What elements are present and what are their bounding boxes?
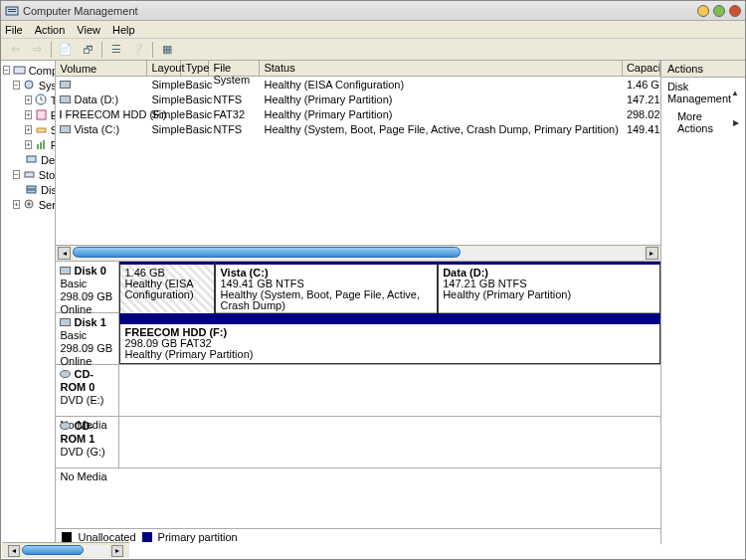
window-title: Computer Management [23, 5, 697, 17]
svg-rect-7 [37, 144, 39, 149]
col-fs[interactable]: File System [209, 61, 260, 76]
svg-rect-13 [27, 190, 36, 193]
titlebar: Computer Management [1, 1, 745, 21]
col-capacity[interactable]: Capacity [623, 61, 660, 76]
volume-row[interactable]: FREECOM HDD (F:)SimpleBasicFAT32Healthy … [56, 106, 659, 121]
volume-header: Volume Layout Type File System Status Ca… [56, 61, 659, 77]
legend-primary-swatch [142, 532, 152, 542]
maximize-button[interactable] [713, 5, 725, 17]
center-pane: Volume Layout Type File System Status Ca… [56, 61, 660, 544]
chevron-right-icon: ▶ [733, 118, 739, 127]
partition-freecom[interactable]: FREECOM HDD (F:) 298.09 GB FAT32 Healthy… [119, 321, 659, 364]
drive-icon [60, 125, 71, 133]
volume-list: Volume Layout Type File System Status Ca… [56, 61, 659, 245]
svg-point-15 [27, 203, 30, 206]
refresh-button[interactable]: 🗗 [78, 41, 97, 59]
up-button[interactable]: 📄 [56, 41, 76, 59]
menu-action[interactable]: Action [35, 24, 66, 36]
partition-data[interactable]: Data (D:) 147.21 GB NTFS Healthy (Primar… [438, 262, 660, 315]
cdrom-row: CD-ROM 1 DVD (G:) No Media [56, 417, 659, 468]
menu-file[interactable]: File [5, 24, 23, 36]
tree-shared[interactable]: +Shared Folders [1, 122, 55, 137]
disk-info[interactable]: Disk 1 Basic 298.09 GB Online [56, 313, 119, 364]
disk-icon [60, 267, 71, 275]
scroll-thumb[interactable] [73, 247, 461, 258]
scroll-left-button[interactable]: ◂ [58, 247, 71, 260]
forward-button: ⇨ [27, 41, 47, 59]
scroll-left-button[interactable]: ◂ [8, 545, 20, 557]
collapse-icon: ▲ [731, 89, 739, 97]
volume-hscroll[interactable]: ◂ ▸ [56, 245, 659, 261]
disk-icon [60, 318, 71, 326]
tree-services[interactable]: +Services and Applications [1, 197, 55, 212]
help-button[interactable]: ❔ [128, 41, 148, 59]
drive-icon [60, 81, 71, 89]
cd-icon [60, 370, 71, 378]
cd-icon [60, 422, 71, 430]
actions-more[interactable]: More Actions ▶ [661, 107, 745, 137]
svg-point-4 [25, 81, 33, 89]
disk-info[interactable]: CD-ROM 1 DVD (G:) No Media [56, 417, 119, 467]
partition-eisa[interactable]: 1.46 GB Healthy (EISA Configuration) [119, 262, 215, 315]
svg-rect-9 [43, 140, 45, 149]
scroll-track[interactable] [73, 247, 643, 260]
menubar: File Action View Help [1, 21, 745, 39]
tree-pane: −Computer Management (Local) −System Too… [1, 61, 56, 544]
scroll-thumb[interactable] [22, 545, 84, 555]
tree-root[interactable]: −Computer Management (Local) [1, 63, 55, 78]
disk-info[interactable]: Disk 0 Basic 298.09 GB Online [56, 262, 119, 312]
legend: Unallocated Primary partition [56, 528, 659, 544]
scroll-right-button[interactable]: ▸ [646, 247, 658, 260]
col-status[interactable]: Status [260, 61, 622, 76]
tree-task[interactable]: +Task Scheduler [1, 93, 55, 107]
list-button[interactable]: ▦ [157, 41, 177, 59]
tree-systools[interactable]: −System Tools [1, 78, 55, 93]
svg-rect-6 [37, 110, 46, 119]
disk-graphical-list: Disk 0 Basic 298.09 GB Online 1.46 GB He… [56, 261, 659, 528]
tree-hscroll[interactable]: ◂ ▸ [2, 542, 129, 558]
cdrom-row: CD-ROM 0 DVD (E:) No Media [56, 365, 659, 417]
toolbar: ⇦ ⇨ 📄 🗗 ☰ ❔ ▦ [1, 39, 745, 61]
svg-rect-1 [8, 9, 16, 10]
drive-icon [60, 110, 62, 118]
properties-button[interactable]: ☰ [106, 41, 126, 59]
back-button: ⇦ [5, 41, 25, 59]
menu-help[interactable]: Help [112, 24, 135, 36]
disk-header-bar [119, 313, 659, 321]
col-volume[interactable]: Volume [56, 61, 147, 76]
svg-rect-2 [8, 11, 16, 12]
actions-diskmgmt[interactable]: Disk Management ▲ [661, 78, 745, 107]
app-icon [5, 4, 19, 18]
svg-rect-3 [14, 67, 25, 74]
disk-row: Disk 0 Basic 298.09 GB Online 1.46 GB He… [56, 262, 659, 313]
tree-event[interactable]: +Event Viewer [1, 107, 55, 122]
col-layout[interactable]: Layout [147, 61, 181, 76]
tree-reliability[interactable]: +Reliability and Performance [1, 137, 55, 152]
tree-root-label: Computer Management (Local) [29, 65, 57, 77]
legend-unallocated-swatch [62, 532, 72, 542]
close-button[interactable] [729, 5, 741, 17]
volume-row[interactable]: SimpleBasicHealthy (EISA Configuration)1… [56, 77, 659, 92]
drive-icon [60, 95, 71, 103]
volume-row[interactable]: Vista (C:)SimpleBasicNTFSHealthy (System… [56, 121, 659, 136]
svg-rect-11 [25, 172, 34, 177]
col-type[interactable]: Type [181, 61, 209, 76]
legend-primary-label: Primary partition [158, 531, 238, 543]
legend-unallocated-label: Unallocated [78, 531, 135, 543]
actions-header: Actions [661, 61, 745, 78]
scroll-right-button[interactable]: ▸ [111, 545, 123, 557]
tree-diskmgmt[interactable]: Disk Management [1, 182, 55, 197]
partition-vista[interactable]: Vista (C:) 149.41 GB NTFS Healthy (Syste… [215, 262, 438, 315]
svg-rect-8 [40, 142, 42, 149]
tree-storage[interactable]: −Storage [1, 167, 55, 182]
svg-rect-12 [27, 186, 36, 189]
volume-row[interactable]: Data (D:)SimpleBasicNTFSHealthy (Primary… [56, 92, 659, 106]
tree-devmgr[interactable]: Device Manager [1, 152, 55, 167]
svg-rect-10 [27, 156, 36, 162]
disk-row: Disk 1 Basic 298.09 GB Online FREECOM HD… [56, 313, 659, 365]
menu-view[interactable]: View [77, 24, 100, 36]
disk-info[interactable]: CD-ROM 0 DVD (E:) No Media [56, 365, 119, 416]
actions-pane: Actions Disk Management ▲ More Actions ▶ [661, 61, 745, 544]
minimize-button[interactable] [697, 5, 709, 17]
